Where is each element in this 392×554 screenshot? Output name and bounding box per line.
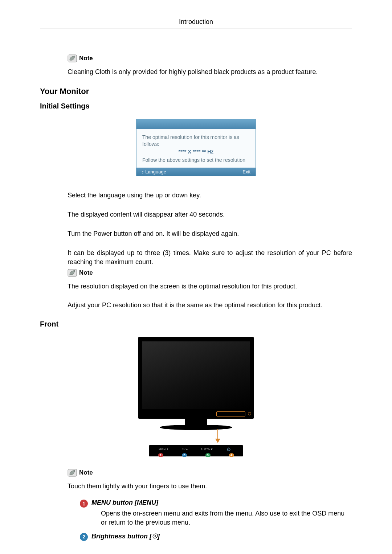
osd-line3: Follow the above settings to set the res…	[142, 157, 250, 164]
monitor-screen	[142, 341, 250, 409]
osd-line1: The optimal resolution for this monitor …	[142, 134, 250, 148]
cleaning-cloth-note: Cleaning Cloth is only provided for high…	[68, 67, 352, 77]
footer-rule	[40, 532, 352, 532]
callout-4-icon: 4	[229, 453, 234, 457]
note-block-1: Note	[68, 54, 352, 62]
touch-button-highlight	[216, 411, 245, 416]
front-heading: Front	[40, 320, 352, 328]
button-menu[interactable]: MENU	[155, 448, 172, 451]
menu-button-desc: Opens the on-screen menu and exits from …	[101, 509, 352, 527]
note-label: Note	[79, 469, 93, 476]
callout-2-badge: 2	[80, 533, 88, 541]
button-brightness-up[interactable]: ☉/▲	[177, 448, 193, 451]
note-icon	[68, 269, 77, 277]
your-monitor-heading: Your Monitor	[40, 87, 352, 96]
osd-language-button[interactable]: Language	[142, 169, 166, 175]
callout-item-2: 2 Brightness button [☉]	[80, 532, 352, 541]
note-icon	[68, 469, 77, 477]
initial-p2: The displayed content will disappear aft…	[68, 210, 352, 219]
osd-exit-button[interactable]: Exit	[242, 169, 250, 175]
initial-p1: Select the language using the up or down…	[68, 191, 352, 200]
menu-button-title: MENU button [MENU]	[91, 499, 158, 506]
callout-3-icon: 3	[205, 453, 211, 457]
callout-arrow	[138, 429, 254, 443]
osd-titlebar	[136, 119, 256, 129]
power-led-indicator	[248, 412, 251, 415]
callout-2-icon: 2	[182, 453, 187, 457]
header-rule	[40, 29, 352, 29]
callout-1-icon: 1	[158, 453, 163, 457]
note-block-3: Note	[68, 469, 352, 477]
initial-settings-heading: Initial Settings	[40, 102, 352, 110]
osd-dialog: The optimal resolution for this monitor …	[136, 119, 256, 177]
initial-p4: It can be displayed up to three (3) time…	[68, 249, 352, 267]
initial-p5: The resolution displayed on the screen i…	[68, 282, 352, 291]
button-bar-zoom: MENU ☉/▲ AUTO/▼ ⏻ 1 2 3 4	[149, 445, 243, 456]
callout-1-badge: 1	[80, 500, 88, 508]
page-header-title: Introduction	[40, 18, 352, 26]
brightness-button-title: Brightness button [☉]	[91, 532, 160, 540]
note-label: Note	[79, 55, 93, 62]
osd-footer: Language Exit	[136, 168, 256, 176]
callout-number-strip: 1 2 3 4	[149, 453, 243, 457]
monitor-front-figure: MENU ☉/▲ AUTO/▼ ⏻ 1 2 3 4	[138, 337, 254, 456]
initial-p3: Turn the Power button off and on. It wil…	[68, 229, 352, 238]
note-label: Note	[79, 269, 93, 276]
osd-body: The optimal resolution for this monitor …	[136, 129, 256, 168]
note-icon	[68, 54, 77, 62]
monitor-bezel	[138, 337, 254, 419]
callout-item-1: 1 MENU button [MENU]	[80, 499, 352, 508]
note-block-2: Note	[68, 269, 352, 277]
osd-resolution-line: **** X **** ** Hz	[142, 148, 250, 155]
initial-p6: Adjust your PC resolution so that it is …	[68, 301, 352, 310]
button-power[interactable]: ⏻	[220, 447, 237, 451]
button-auto-down[interactable]: AUTO/▼	[199, 448, 215, 451]
touch-note-text: Touch them lightly with your fingers to …	[68, 482, 352, 491]
